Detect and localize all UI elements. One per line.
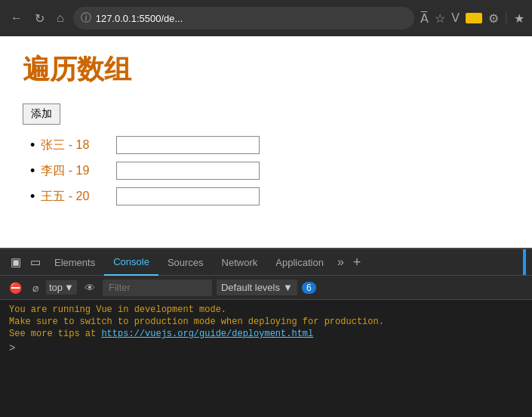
console-line-1: You are running Vue in development mode. bbox=[9, 304, 523, 315]
block-requests-button[interactable]: ⌀ bbox=[29, 280, 42, 295]
default-levels-label: Default levels bbox=[221, 282, 280, 293]
show-timestamps-button[interactable]: 👁 bbox=[81, 280, 98, 295]
top-label: top bbox=[49, 282, 63, 293]
levels-dropdown-icon: ▼ bbox=[283, 282, 293, 293]
yellow-box-icon bbox=[466, 13, 482, 23]
tab-console[interactable]: Console bbox=[104, 249, 158, 276]
list-item: 张三 - 18 bbox=[30, 136, 509, 154]
devtools-status-bar bbox=[523, 249, 526, 275]
context-selector[interactable]: top ▼ bbox=[46, 280, 77, 295]
tab-application[interactable]: Application bbox=[266, 249, 333, 276]
favorites-add-icon[interactable]: ★ bbox=[514, 11, 524, 26]
browser-chrome: ← ↻ ⌂ ⓘ 127.0.0.1:5500/de... A̅ ☆ V ⚙ | … bbox=[0, 0, 532, 36]
context-dropdown-icon: ▼ bbox=[64, 282, 74, 293]
default-levels-button[interactable]: Default levels ▼ bbox=[217, 280, 297, 295]
refresh-button[interactable]: ↻ bbox=[32, 8, 48, 29]
error-count-badge: 6 bbox=[302, 282, 316, 294]
list-item-input-2[interactable] bbox=[116, 162, 260, 180]
devtools-toolbar: ▣ ▭ Elements Console Sources Network App… bbox=[0, 249, 532, 276]
reader-icon[interactable]: A̅ bbox=[420, 11, 429, 26]
filter-input[interactable] bbox=[103, 280, 212, 296]
page-title: 遍历数组 bbox=[23, 51, 509, 88]
inspect-element-button[interactable]: ▣ bbox=[6, 252, 26, 272]
clear-console-button[interactable]: ⛔ bbox=[6, 280, 25, 295]
list-item-text: 王五 - 20 bbox=[41, 189, 109, 205]
devtools-panel: ▣ ▭ Elements Console Sources Network App… bbox=[0, 248, 532, 417]
more-tabs-icon[interactable]: » bbox=[333, 252, 349, 272]
console-link[interactable]: https://vuejs.org/guide/deployment.html bbox=[101, 329, 313, 339]
device-toggle-button[interactable]: ▭ bbox=[26, 252, 45, 272]
console-output: You are running Vue in development mode.… bbox=[0, 300, 532, 417]
browser-icons: A̅ ☆ V ⚙ | ★ bbox=[420, 11, 524, 26]
home-button[interactable]: ⌂ bbox=[54, 8, 67, 28]
add-button[interactable]: 添加 bbox=[23, 103, 60, 125]
list-item-text: 张三 - 18 bbox=[41, 137, 109, 153]
list-item: 李四 - 19 bbox=[30, 162, 509, 180]
address-bar[interactable]: ⓘ 127.0.0.1:5500/de... bbox=[73, 7, 415, 29]
settings-icon[interactable]: ⚙ bbox=[488, 11, 499, 26]
list-section: 张三 - 18 李四 - 19 王五 - 20 bbox=[23, 136, 509, 205]
back-button[interactable]: ← bbox=[8, 8, 26, 28]
console-line-3: See more tips at https://vuejs.org/guide… bbox=[9, 329, 523, 339]
list-item-text: 李四 - 19 bbox=[41, 163, 109, 179]
page-content: 遍历数组 添加 张三 - 18 李四 - 19 王五 - 20 bbox=[0, 36, 532, 248]
info-icon: ⓘ bbox=[81, 11, 91, 25]
tab-network[interactable]: Network bbox=[213, 249, 267, 276]
url-text: 127.0.0.1:5500/de... bbox=[96, 13, 183, 24]
add-tab-button[interactable]: + bbox=[349, 252, 366, 273]
console-prompt[interactable]: > bbox=[9, 342, 523, 354]
favorites-icon[interactable]: ☆ bbox=[435, 11, 445, 26]
vue-icon: V bbox=[451, 11, 460, 25]
tab-elements[interactable]: Elements bbox=[45, 249, 104, 276]
list-item-input-1[interactable] bbox=[116, 136, 260, 154]
console-toolbar: ⛔ ⌀ top ▼ 👁 Default levels ▼ 6 bbox=[0, 276, 532, 300]
console-line-2: Make sure to switch to production mode w… bbox=[9, 317, 523, 327]
list-item-input-3[interactable] bbox=[116, 187, 260, 205]
tab-sources[interactable]: Sources bbox=[158, 249, 213, 276]
list-item: 王五 - 20 bbox=[30, 187, 509, 205]
